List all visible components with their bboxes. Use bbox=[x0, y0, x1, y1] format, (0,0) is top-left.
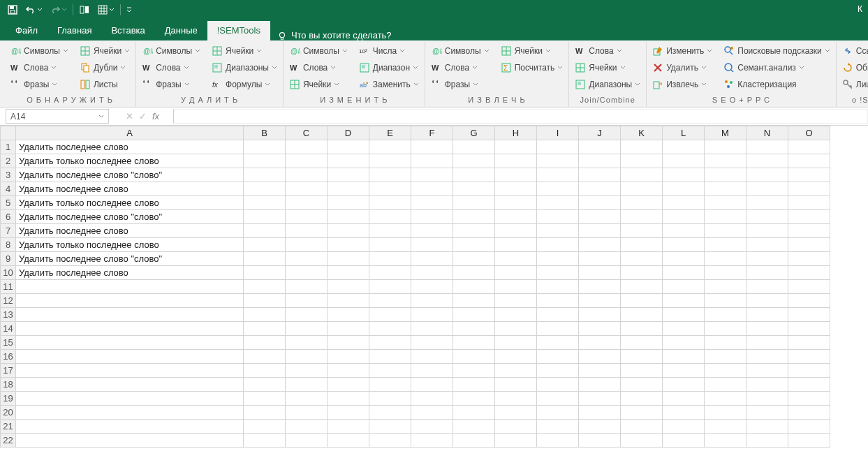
col-header-A[interactable]: A bbox=[16, 126, 244, 140]
ribbon-btn-кластеризация[interactable]: Кластеризация bbox=[722, 77, 832, 92]
cell-G17[interactable] bbox=[453, 364, 495, 378]
cell-G16[interactable] bbox=[453, 350, 495, 364]
cell-B9[interactable] bbox=[244, 252, 286, 266]
cell-H5[interactable] bbox=[495, 196, 537, 210]
row-header-3[interactable]: 3 bbox=[1, 168, 16, 182]
cell-F11[interactable] bbox=[411, 280, 453, 294]
cell-L1[interactable] bbox=[663, 140, 705, 154]
cell-G14[interactable] bbox=[453, 322, 495, 336]
cell-J12[interactable] bbox=[579, 294, 621, 308]
cell-F9[interactable] bbox=[411, 252, 453, 266]
cell-E16[interactable] bbox=[369, 350, 411, 364]
cell-J6[interactable] bbox=[579, 210, 621, 224]
cell-A9[interactable]: Удалить последнее слово "слово" bbox=[16, 252, 244, 266]
row-header-6[interactable]: 6 bbox=[1, 210, 16, 224]
ribbon-btn-ссылки[interactable]: Ссылки bbox=[841, 43, 868, 59]
cell-K13[interactable] bbox=[621, 308, 663, 322]
cell-E10[interactable] bbox=[369, 266, 411, 280]
cell-K17[interactable] bbox=[621, 364, 663, 378]
qat-custom1-button[interactable] bbox=[76, 3, 93, 17]
cell-J8[interactable] bbox=[579, 238, 621, 252]
cell-N6[interactable] bbox=[746, 210, 788, 224]
cell-I17[interactable] bbox=[537, 364, 579, 378]
cell-O19[interactable] bbox=[788, 392, 830, 406]
cell-F12[interactable] bbox=[411, 294, 453, 308]
cell-C9[interactable] bbox=[286, 252, 328, 266]
cell-M6[interactable] bbox=[705, 210, 746, 224]
cell-B11[interactable] bbox=[244, 280, 286, 294]
cell-I21[interactable] bbox=[537, 420, 579, 434]
cell-N11[interactable] bbox=[746, 280, 788, 294]
cell-E11[interactable] bbox=[369, 280, 411, 294]
cell-K19[interactable] bbox=[621, 392, 663, 406]
ribbon-btn-поисковые-подсказки[interactable]: Поисковые подсказки bbox=[722, 43, 832, 59]
ribbon-btn-дубли[interactable]: Дубли bbox=[78, 60, 131, 75]
row-header-12[interactable]: 12 bbox=[1, 294, 16, 308]
cell-L7[interactable] bbox=[663, 224, 705, 238]
cell-K16[interactable] bbox=[621, 350, 663, 364]
cell-B14[interactable] bbox=[244, 322, 286, 336]
cell-B10[interactable] bbox=[244, 266, 286, 280]
cell-K21[interactable] bbox=[621, 420, 663, 434]
cell-D20[interactable] bbox=[328, 406, 369, 420]
ribbon-btn-обновление[interactable]: Обновление bbox=[841, 60, 868, 75]
select-all-corner[interactable] bbox=[1, 126, 16, 140]
row-header-5[interactable]: 5 bbox=[1, 196, 16, 210]
qat-customize-button[interactable] bbox=[124, 6, 135, 14]
cell-F6[interactable] bbox=[411, 210, 453, 224]
cell-C19[interactable] bbox=[286, 392, 328, 406]
cell-D18[interactable] bbox=[328, 378, 369, 392]
cell-A12[interactable] bbox=[16, 294, 244, 308]
cell-J1[interactable] bbox=[579, 140, 621, 154]
ribbon-btn-ячейки[interactable]: Ячейки bbox=[499, 43, 565, 59]
cell-A17[interactable] bbox=[16, 364, 244, 378]
cell-L17[interactable] bbox=[663, 364, 705, 378]
cell-M17[interactable] bbox=[705, 364, 746, 378]
redo-button[interactable] bbox=[47, 3, 70, 17]
ribbon-btn-заменить[interactable]: abЗаменить bbox=[358, 77, 420, 92]
cell-M19[interactable] bbox=[705, 392, 746, 406]
cell-D6[interactable] bbox=[328, 210, 369, 224]
cell-C3[interactable] bbox=[286, 168, 328, 182]
cell-M11[interactable] bbox=[705, 280, 746, 294]
cell-I2[interactable] bbox=[537, 154, 579, 168]
row-header-8[interactable]: 8 bbox=[1, 238, 16, 252]
row-header-22[interactable]: 22 bbox=[1, 434, 16, 448]
cell-A7[interactable]: Удалить последнее слово bbox=[16, 224, 244, 238]
cell-F8[interactable] bbox=[411, 238, 453, 252]
cell-M5[interactable] bbox=[705, 196, 746, 210]
ribbon-btn-лицензия[interactable]: Лицензия bbox=[841, 77, 868, 92]
cell-N22[interactable] bbox=[746, 434, 788, 448]
cell-H4[interactable] bbox=[495, 182, 537, 196]
ribbon-btn-ячейки[interactable]: Ячейки bbox=[573, 60, 642, 75]
cell-N13[interactable] bbox=[746, 308, 788, 322]
cell-H10[interactable] bbox=[495, 266, 537, 280]
cell-C5[interactable] bbox=[286, 196, 328, 210]
ribbon-btn-фразы[interactable]: Фразы bbox=[429, 77, 491, 92]
col-header-C[interactable]: C bbox=[286, 126, 328, 140]
cell-O17[interactable] bbox=[788, 364, 830, 378]
row-header-20[interactable]: 20 bbox=[1, 406, 16, 420]
formula-input[interactable] bbox=[173, 109, 868, 124]
cell-J16[interactable] bbox=[579, 350, 621, 364]
col-header-E[interactable]: E bbox=[369, 126, 411, 140]
cell-C14[interactable] bbox=[286, 322, 328, 336]
cell-M4[interactable] bbox=[705, 182, 746, 196]
cell-I18[interactable] bbox=[537, 378, 579, 392]
row-header-11[interactable]: 11 bbox=[1, 280, 16, 294]
cell-J9[interactable] bbox=[579, 252, 621, 266]
ribbon-btn-ячейки[interactable]: Ячейки bbox=[78, 43, 131, 59]
cell-K18[interactable] bbox=[621, 378, 663, 392]
cell-N3[interactable] bbox=[746, 168, 788, 182]
cell-G22[interactable] bbox=[453, 434, 495, 448]
cell-G13[interactable] bbox=[453, 308, 495, 322]
row-header-2[interactable]: 2 bbox=[1, 154, 16, 168]
col-header-H[interactable]: H bbox=[495, 126, 537, 140]
cell-F15[interactable] bbox=[411, 336, 453, 350]
row-header-17[interactable]: 17 bbox=[1, 364, 16, 378]
cell-I14[interactable] bbox=[537, 322, 579, 336]
cell-G4[interactable] bbox=[453, 182, 495, 196]
cell-C17[interactable] bbox=[286, 364, 328, 378]
cell-J15[interactable] bbox=[579, 336, 621, 350]
cell-E14[interactable] bbox=[369, 322, 411, 336]
